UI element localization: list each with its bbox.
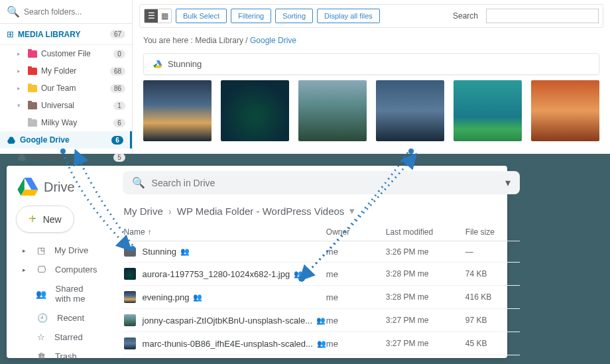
drive-nav-trash[interactable]: 🗑 Trash <box>16 347 104 364</box>
folder-search-input[interactable] <box>24 7 123 17</box>
file-size: 97 KB <box>465 316 518 325</box>
drive-search-input[interactable] <box>152 178 499 188</box>
drive-nav: ▸ ◳ My Drive ▸ 🖵 Computers 👥 Shared with… <box>16 241 104 364</box>
search-options-icon[interactable]: ▾ <box>505 176 511 189</box>
sidebar-item-stunning[interactable]: Stunning 5 <box>0 149 132 166</box>
breadcrumb-current[interactable]: Google Drive <box>250 36 296 45</box>
library-title: MEDIA LIBRARY <box>18 30 106 39</box>
count-badge: 68 <box>110 67 125 76</box>
breadcrumb-root: Media Library <box>195 36 243 45</box>
count-badge: 6 <box>111 136 123 145</box>
sidebar-item-milky-way[interactable]: Milky Way 6 <box>0 114 132 131</box>
shared-icon: 👥 <box>180 247 190 256</box>
media-thumbnail[interactable] <box>143 80 212 141</box>
breadcrumb-prefix: You are here : <box>143 36 193 45</box>
chevron-right-icon: ▸ <box>17 85 24 91</box>
sidebar-item-our-team[interactable]: ▸ Our Team 86 <box>0 80 132 97</box>
table-row[interactable]: aurora-1197753_1280-1024x682-1.jpg👥me3:2… <box>123 263 520 286</box>
library-header[interactable]: ⊞ MEDIA LIBRARY 67 <box>0 24 132 45</box>
sidebar-item-customer-file[interactable]: ▸ Customer File 0 <box>0 45 132 62</box>
folder-label: Google Drive <box>20 135 107 145</box>
chevron-right-icon: ▸ <box>17 50 24 57</box>
file-modified: 3:28 PM me <box>386 269 465 278</box>
table-row[interactable]: jonny-caspari-ZtIOjtbKBnU-unsplash-scale… <box>123 309 520 332</box>
folder-label: Customer File <box>41 49 109 58</box>
media-thumbnail[interactable] <box>376 80 444 141</box>
chevron-right-icon: ▸ <box>23 247 28 254</box>
drive-nav-my-drive[interactable]: ▸ ◳ My Drive <box>16 241 104 260</box>
google-drive-icon <box>7 136 16 144</box>
list-view-icon[interactable]: ☰ <box>145 9 158 23</box>
shared-icon: 👥 <box>36 289 46 299</box>
table-header: Name ↑ Owner Last modified File size <box>123 223 520 241</box>
media-thumbnail[interactable] <box>298 80 367 141</box>
count-badge: 1 <box>113 101 125 110</box>
drive-logo: Drive <box>16 175 104 203</box>
google-drive-app: Drive + New ▸ ◳ My Drive ▸ 🖵 Computers 👥… <box>7 166 507 358</box>
count-badge: 86 <box>110 84 125 93</box>
drive-logo-text: Drive <box>44 180 75 195</box>
drive-nav-recent[interactable]: 🕘 Recent <box>16 308 104 328</box>
folder-label: My Folder <box>41 66 106 76</box>
nav-label: My Drive <box>54 245 88 255</box>
file-name: jonny-caspari-ZtIOjtbKBnU-unsplash-scale… <box>143 316 313 326</box>
file-owner: me <box>326 292 386 302</box>
drive-nav-computers[interactable]: ▸ 🖵 Computers <box>16 260 104 279</box>
sorting-button[interactable]: Sorting <box>275 9 313 23</box>
media-thumbnail[interactable] <box>531 80 599 141</box>
shared-icon: 👥 <box>294 270 303 278</box>
col-size[interactable]: File size <box>465 227 518 237</box>
grid-view-icon[interactable]: ▦ <box>158 9 171 23</box>
bulk-select-button[interactable]: Bulk Select <box>176 9 227 23</box>
file-owner: me <box>326 316 386 326</box>
table-row[interactable]: marc-thunis-0B86_ifhE4E-unsplash-scaled.… <box>123 332 520 355</box>
drive-search: 🔍 ▾ <box>123 171 520 194</box>
new-button[interactable]: + New <box>16 206 74 233</box>
sidebar-item-google-drive[interactable]: Google Drive 6 <box>0 131 132 149</box>
media-search-input[interactable] <box>486 9 599 23</box>
folder-label: Universal <box>41 101 109 110</box>
col-owner[interactable]: Owner <box>326 227 386 237</box>
file-modified: 3:28 PM me <box>386 292 465 302</box>
folder-icon <box>28 102 37 109</box>
file-modified: 3:26 PM me <box>386 247 465 257</box>
nav-label: Shared with me <box>56 284 97 304</box>
google-drive-icon <box>17 153 27 161</box>
file-modified: 3:27 PM me <box>386 339 465 348</box>
chevron-right-icon: › <box>168 206 172 217</box>
file-thumbnail <box>124 337 136 349</box>
col-name[interactable]: Name ↑ <box>124 227 326 237</box>
computers-icon: 🖵 <box>37 265 46 274</box>
library-icon: ⊞ <box>7 29 14 39</box>
file-size: 74 KB <box>465 269 518 278</box>
media-thumbnail[interactable] <box>454 80 522 141</box>
breadcrumb-current[interactable]: WP Media Folder - WordPress Videos <box>177 206 345 217</box>
drive-nav-shared[interactable]: 👥 Shared with me <box>16 279 104 308</box>
recent-icon: 🕘 <box>37 313 48 323</box>
chevron-right-icon: ▸ <box>23 267 28 273</box>
view-toggle[interactable]: ☰ ▦ <box>144 9 172 23</box>
folder-chip-stunning[interactable]: Stunning <box>143 53 599 75</box>
sidebar: 🔍 ⊞ MEDIA LIBRARY 67 ▸ Customer File 0 ▸… <box>0 0 133 154</box>
sidebar-item-universal[interactable]: ▾ Universal 1 <box>0 97 132 114</box>
col-modified[interactable]: Last modified <box>386 227 465 237</box>
display-all-button[interactable]: Display all files <box>317 9 380 23</box>
table-row[interactable]: Stunning👥me3:26 PM me— <box>123 241 520 263</box>
file-name: marc-thunis-0B86_ifhE4E-unsplash-scaled.… <box>143 339 313 349</box>
drive-nav-starred[interactable]: ☆ Starred <box>16 328 104 347</box>
table-row[interactable]: evening.png👥me3:28 PM me416 KB <box>123 286 520 309</box>
plus-icon: + <box>29 212 36 227</box>
toolbar: ☰ ▦ Bulk Select Filtering Sorting Displa… <box>139 4 603 28</box>
folder-icon <box>124 247 136 257</box>
file-list: Stunning👥me3:26 PM me—aurora-1197753_128… <box>123 241 520 355</box>
breadcrumb-root[interactable]: My Drive <box>124 206 163 217</box>
folder-search: 🔍 <box>0 0 132 24</box>
dropdown-icon[interactable]: ▾ <box>349 205 355 217</box>
thumbnail-grid <box>139 80 603 141</box>
media-thumbnail[interactable] <box>221 80 289 141</box>
folder-icon <box>28 50 37 58</box>
breadcrumb: You are here : Media Library / Google Dr… <box>139 33 603 48</box>
sidebar-item-my-folder[interactable]: ▸ My Folder 68 <box>0 62 132 80</box>
filtering-button[interactable]: Filtering <box>231 9 271 23</box>
file-thumbnail <box>124 314 136 326</box>
